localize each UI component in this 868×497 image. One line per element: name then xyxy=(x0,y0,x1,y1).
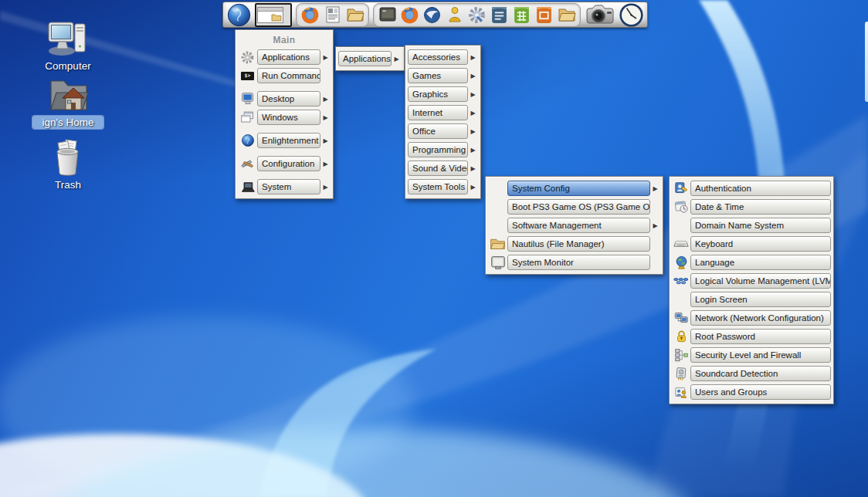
padlock-icon xyxy=(672,328,690,345)
menu-item-internet[interactable]: Internet ▶ xyxy=(408,103,478,122)
menu-item-system-config[interactable]: System Config ▶ xyxy=(488,179,660,198)
menu-item-label: System Tools xyxy=(408,179,468,194)
desktop-icon-home[interactable]: ign's Home xyxy=(28,76,108,129)
language-globe-icon xyxy=(672,254,690,271)
desktop-icon-label: ign's Home xyxy=(32,116,103,129)
menu-item-applications[interactable]: Applications ▶ xyxy=(238,48,331,66)
menu-item-authentication[interactable]: Authentication xyxy=(672,179,831,198)
menu-item-language[interactable]: Language xyxy=(672,253,831,272)
submenu-arrow-icon: ▶ xyxy=(320,161,331,167)
menu-item-domain-name-system[interactable]: Domain Name System xyxy=(672,216,831,235)
menu-item-label: Nautilus (File Manager) xyxy=(507,236,650,252)
impress-launcher[interactable] xyxy=(534,5,554,25)
menu-item-system-tools[interactable]: System Tools ▶ xyxy=(408,178,478,196)
menu-item-security-firewall[interactable]: Security Level and Firewall xyxy=(672,346,831,364)
file-manager-launcher-2[interactable] xyxy=(556,5,577,25)
menu-item-label: Accessories xyxy=(408,49,468,65)
menu-item-software-management[interactable]: Software Management ▶ xyxy=(488,216,660,235)
menu-item-applications-sub[interactable]: Applications ▶ xyxy=(338,49,402,68)
menu-item-soundcard-detection[interactable]: Soundcard Detection xyxy=(672,364,831,383)
terminal-launcher[interactable] xyxy=(377,5,398,25)
menu-item-label: Network (Network Configuration) xyxy=(690,310,831,326)
menu-item-office[interactable]: Office ▶ xyxy=(408,122,478,140)
menu-item-label: Root Password xyxy=(690,329,831,344)
writer-launcher[interactable] xyxy=(489,5,510,25)
start-menu-button[interactable] xyxy=(227,2,251,27)
menu-item-users-groups[interactable]: Users and Groups xyxy=(672,383,831,401)
menu-item-windows[interactable]: Windows ▶ xyxy=(238,108,331,127)
monitor-icon xyxy=(488,254,507,271)
desktop-icon-trash[interactable]: Trash xyxy=(28,139,108,191)
enlightenment-icon xyxy=(238,132,257,149)
computer-icon xyxy=(45,19,91,59)
desktop-icon-computer[interactable]: Computer xyxy=(28,19,108,72)
menu-item-date-time[interactable]: Date & Time xyxy=(672,198,831,216)
screen-edge-shelf-sliver xyxy=(865,22,868,102)
user-launcher[interactable] xyxy=(444,5,465,25)
lvm-icon xyxy=(672,272,690,289)
menu-item-desktop[interactable]: Desktop ▶ xyxy=(238,90,331,108)
menu-item-label: Domain Name System xyxy=(690,218,831,233)
menu-item-lvm[interactable]: Logical Volume Management (LVM) xyxy=(672,272,831,290)
menu-item-label: Run Command xyxy=(257,68,320,83)
menu-item-configuration[interactable]: Configuration ▶ xyxy=(238,154,331,173)
menu-item-nautilus[interactable]: Nautilus (File Manager) xyxy=(488,235,660,253)
menu-item-label: Security Level and Firewall xyxy=(690,347,831,363)
menu-item-accessories[interactable]: Accessories ▶ xyxy=(408,48,478,66)
menu-item-label: Internet xyxy=(408,105,468,120)
applications-menu: Applications ▶ xyxy=(335,46,405,71)
menu-item-root-password[interactable]: Root Password xyxy=(672,327,831,346)
clock-gadget[interactable] xyxy=(619,2,643,27)
text-editor-launcher[interactable] xyxy=(322,5,343,25)
menu-item-label: Sound & Video xyxy=(408,161,468,176)
file-manager-launcher[interactable] xyxy=(344,5,365,25)
submenu-arrow-icon: ▶ xyxy=(650,185,660,192)
date-time-icon xyxy=(672,198,690,215)
menu-item-label: Users and Groups xyxy=(690,384,831,400)
submenu-arrow-icon: ▶ xyxy=(320,137,331,144)
menu-item-games[interactable]: Games ▶ xyxy=(408,66,478,85)
menu-item-label: Login Screen xyxy=(690,292,831,307)
submenu-arrow-icon: ▶ xyxy=(468,110,478,117)
terminal-icon xyxy=(378,5,397,24)
submenu-arrow-icon: ▶ xyxy=(320,114,331,121)
firefox-launcher[interactable] xyxy=(300,5,320,25)
menu-item-label: Windows xyxy=(257,110,320,125)
menu-item-label: Logical Volume Management (LVM) xyxy=(690,273,831,289)
menu-item-boot-ps3-game-os[interactable]: Boot PS3 Game OS (PS3 Game OS) xyxy=(488,198,660,216)
calc-launcher[interactable] xyxy=(511,5,532,25)
folder-icon xyxy=(271,13,282,22)
submenu-arrow-icon: ▶ xyxy=(468,128,478,135)
menu-item-login-screen[interactable]: Login Screen xyxy=(672,290,831,309)
menu-item-label: Language xyxy=(690,255,831,270)
menu-item-label: System Monitor xyxy=(507,255,650,270)
menu-item-run-command[interactable]: $> Run Command xyxy=(238,66,331,85)
menu-item-label: Applications xyxy=(338,51,392,66)
folder-icon xyxy=(557,5,577,25)
system-config-menu: Authentication Date & Time Domain Name S… xyxy=(669,176,834,404)
system-tools-launcher[interactable] xyxy=(466,5,487,25)
thunderbird-launcher[interactable] xyxy=(422,5,442,25)
firefox-launcher-2[interactable] xyxy=(399,5,420,25)
menu-item-network[interactable]: Network (Network Configuration) xyxy=(672,309,831,327)
menu-item-system-monitor[interactable]: System Monitor xyxy=(488,253,660,272)
main-menu: Main Applications ▶ $> Run Command Deskt… xyxy=(235,29,334,199)
menu-item-label: Date & Time xyxy=(690,199,831,215)
desktop-pager[interactable] xyxy=(255,3,292,27)
menu-item-programming[interactable]: Programming ▶ xyxy=(408,140,478,159)
submenu-arrow-icon: ▶ xyxy=(320,184,331,191)
thunderbird-icon xyxy=(422,5,442,25)
submenu-arrow-icon: ▶ xyxy=(392,56,402,63)
menu-item-enlightenment[interactable]: Enlightenment ▶ xyxy=(238,131,331,150)
menu-item-sound-video[interactable]: Sound & Video ▶ xyxy=(408,159,478,178)
oo-writer-icon xyxy=(490,5,509,25)
gear-icon xyxy=(238,49,257,66)
firefox-icon xyxy=(300,5,320,25)
menu-item-label: Office xyxy=(408,123,468,139)
desktop-icon-label: Trash xyxy=(55,179,81,191)
menu-item-label: Configuration xyxy=(257,156,320,171)
menu-item-graphics[interactable]: Graphics ▶ xyxy=(408,85,478,103)
menu-item-system[interactable]: System ▶ xyxy=(238,178,331,196)
menu-item-keyboard[interactable]: Keyboard xyxy=(672,235,831,253)
camera-gadget[interactable] xyxy=(585,3,615,26)
